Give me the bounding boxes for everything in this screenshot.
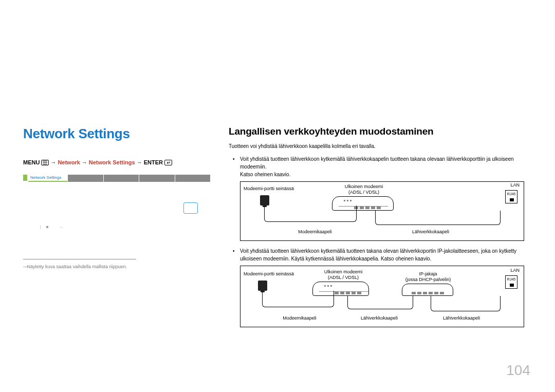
d2-cable-modem-label: Modeemikaapeli <box>271 315 328 321</box>
wireless-option-box <box>183 202 198 214</box>
bullet-list: Voit yhdistää tuotteen lähiverkkoon kytk… <box>229 155 524 327</box>
bullet-item-2: Voit yhdistää tuotteen lähiverkkoon kytk… <box>240 247 524 327</box>
d2-rj45-icon: RJ45 <box>505 275 517 289</box>
bullet-item-1: Voit yhdistää tuotteen lähiverkkoon kytk… <box>240 155 524 241</box>
divider-line <box>23 259 136 259</box>
arrow-icon: → <box>82 159 87 165</box>
d1-wall-port-icon <box>260 195 269 206</box>
breadcrumb: MENU → Network → Network Settings → ENTE… <box>23 159 211 165</box>
d1-cable-1 <box>264 206 357 222</box>
screenshot-decoration: ｜ ■ – <box>39 224 62 230</box>
breadcrumb-menu: MENU <box>23 159 40 165</box>
d1-cable-modem-label: Modeemikaapeli <box>287 229 343 235</box>
diagram-1: Modeemi-portti seinässä Ulkoinen modeemi… <box>240 181 524 241</box>
d2-wall-label: Modeemi-portti seinässä <box>244 271 294 277</box>
d1-cable-lan-label: Lähiverkkokaapeli <box>395 229 467 235</box>
diagram-2: Modeemi-portti seinässä Ulkoinen modeemi… <box>240 266 524 327</box>
d2-router-label-1: IP-jakaja <box>400 271 456 277</box>
bullet-2-text: Voit yhdistää tuotteen lähiverkkoon kytk… <box>240 248 516 262</box>
right-column: Langallisen verkkoyhteyden muodostaminen… <box>229 126 524 333</box>
section-subtitle: Langallisen verkkoyhteyden muodostaminen <box>229 126 524 137</box>
screenshot-active-tab: Network Settings <box>28 175 67 182</box>
d1-lan-label: LAN <box>510 182 520 188</box>
d2-cable-3 <box>431 296 501 311</box>
d2-lan-label: LAN <box>510 268 520 273</box>
d2-router-icon <box>402 284 453 296</box>
d1-modem-label-1: Ulkoinen modeemi <box>338 184 390 190</box>
breadcrumb-network-settings: Network Settings <box>89 159 135 165</box>
d2-modem-label-1: Ulkoinen modeemi <box>318 269 369 275</box>
arrow-icon: → <box>137 159 142 165</box>
svg-rect-1 <box>43 162 47 163</box>
page-title: Network Settings <box>23 126 211 142</box>
d2-cable-lan1-label: Lähiverkkokaapeli <box>348 315 410 321</box>
d1-cable-2 <box>375 211 501 225</box>
menu-icon <box>41 160 49 165</box>
d2-cable-1 <box>262 291 334 307</box>
d1-rj45-icon: RJ45 <box>505 190 517 203</box>
arrow-icon: → <box>50 159 56 165</box>
bullet-1-sub: Katso oheinen kaavio. <box>240 171 524 178</box>
d2-wall-port-icon <box>258 281 267 291</box>
d1-modem-label-2: (ADSL / VDSL) <box>338 190 390 195</box>
svg-rect-2 <box>43 164 47 164</box>
enter-icon <box>164 160 172 165</box>
breadcrumb-network: Network <box>58 159 80 165</box>
d2-modem-label-2: (ADSL / VDSL) <box>318 275 369 281</box>
ui-screenshot-box: Network Settings ｜ ■ – <box>23 175 211 244</box>
svg-rect-0 <box>43 161 47 161</box>
d1-wall-label: Modeemi-portti seinässä <box>244 186 294 192</box>
page-number: 104 <box>506 362 530 379</box>
breadcrumb-enter: ENTER <box>144 159 163 165</box>
left-column: Network Settings MENU → Network → Networ… <box>23 126 211 271</box>
footnote-text: Näytetty kuva saattaa vaihdella mallista… <box>23 264 211 271</box>
d2-cable-lan2-label: Lähiverkkokaapeli <box>431 315 492 321</box>
d2-router-label-2: (jossa DHCP-palvelin) <box>395 277 461 283</box>
bullet-1-text: Voit yhdistää tuotteen lähiverkkoon kytk… <box>240 156 514 170</box>
d2-cable-2 <box>347 296 413 309</box>
document-page: Network Settings MENU → Network → Networ… <box>0 0 555 392</box>
intro-paragraph: Tuotteen voi yhdistää lähiverkkoon kaape… <box>229 142 524 150</box>
